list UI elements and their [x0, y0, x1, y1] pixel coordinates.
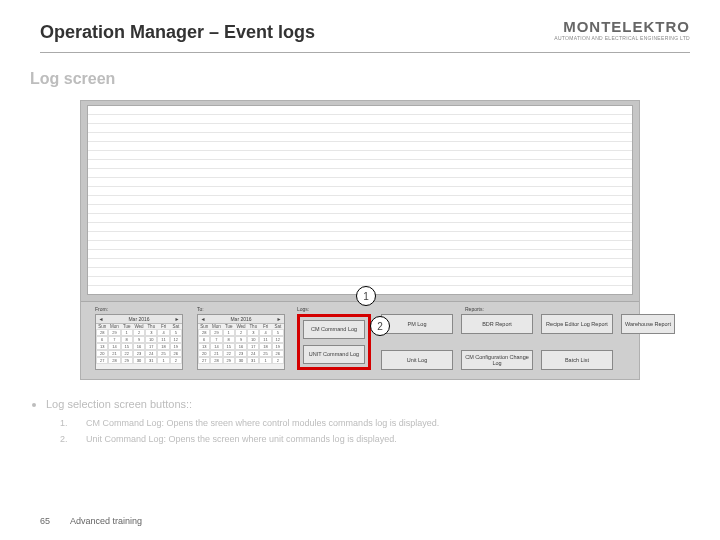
description-block: Log selection screen buttons:: 1. CM Com…	[32, 398, 690, 450]
unit-command-log-button[interactable]: UNIT Command Log	[303, 345, 365, 364]
list-item: 1. CM Command Log: Opens the sreen where…	[60, 418, 690, 428]
calendar-from-month: Mar 2016	[128, 316, 149, 322]
calendar-from-grid[interactable]: 282912345 6789101112 13141516171819 2021…	[96, 329, 182, 364]
cm-command-log-button[interactable]: CM Command Log	[303, 320, 365, 339]
label-logs: Logs:	[297, 306, 309, 312]
item-number: 2.	[60, 434, 72, 444]
batch-list-button[interactable]: Batch List	[541, 350, 613, 370]
pm-log-button[interactable]: PM Log	[381, 314, 453, 334]
log-list-area[interactable]	[87, 105, 633, 295]
chevron-right-icon[interactable]: ►	[276, 316, 282, 322]
chevron-left-icon[interactable]: ◄	[98, 316, 104, 322]
brand-logo: MONTELEKTRO AUTOMATION AND ELECTRICAL EN…	[554, 18, 690, 41]
callout-1: 1	[356, 286, 376, 306]
item-text: CM Command Log: Opens the sreen where co…	[86, 418, 439, 428]
calendar-from[interactable]: ◄ Mar 2016 ► SunMonTueWedThuFriSat 28291…	[95, 314, 183, 370]
embedded-screenshot: From: To: ◄ Mar 2016 ► SunMonTueWedThuFr…	[80, 100, 640, 380]
page-number: 65	[40, 516, 50, 526]
calendar-to-month: Mar 2016	[230, 316, 251, 322]
report-button-cluster: PM Log Unit Log BDR Report CM Configurat…	[381, 314, 629, 370]
label-from: From:	[95, 306, 108, 312]
section-subtitle: Log screen	[30, 70, 115, 88]
calendar-to[interactable]: ◄ Mar 2016 ► SunMonTueWedThuFriSat 28291…	[197, 314, 285, 370]
label-to: To:	[197, 306, 204, 312]
warehouse-report-button[interactable]: Warehouse Report	[621, 314, 675, 334]
calendar-to-grid[interactable]: 282912345 6789101112 13141516171819 2021…	[198, 329, 284, 364]
chevron-right-icon[interactable]: ►	[174, 316, 180, 322]
log-button-group-highlight: CM Command Log UNIT Command Log	[297, 314, 371, 370]
description-lead: Log selection screen buttons::	[46, 398, 192, 410]
unit-log-button[interactable]: Unit Log	[381, 350, 453, 370]
header-divider	[40, 52, 690, 53]
brand-name: MONTELEKTRO	[554, 18, 690, 35]
list-item: 2. Unit Command Log: Opens the screen wh…	[60, 434, 690, 444]
course-name: Advanced training	[70, 516, 142, 526]
bdr-report-button[interactable]: BDR Report	[461, 314, 533, 334]
recipe-editor-log-report-button[interactable]: Recipe Editor Log Report	[541, 314, 613, 334]
chevron-left-icon[interactable]: ◄	[200, 316, 206, 322]
item-text: Unit Command Log: Opens the screen where…	[86, 434, 397, 444]
callout-2: 2	[370, 316, 390, 336]
footer: 65 Advanced training	[40, 516, 142, 526]
control-strip: From: To: ◄ Mar 2016 ► SunMonTueWedThuFr…	[81, 301, 639, 379]
item-number: 1.	[60, 418, 72, 428]
bullet-icon	[32, 403, 36, 407]
label-reports: Reports:	[465, 306, 484, 312]
brand-tagline: AUTOMATION AND ELECTRICAL ENGINEERING LT…	[554, 35, 690, 41]
cm-config-change-log-button[interactable]: CM Configuration Change Log	[461, 350, 533, 370]
